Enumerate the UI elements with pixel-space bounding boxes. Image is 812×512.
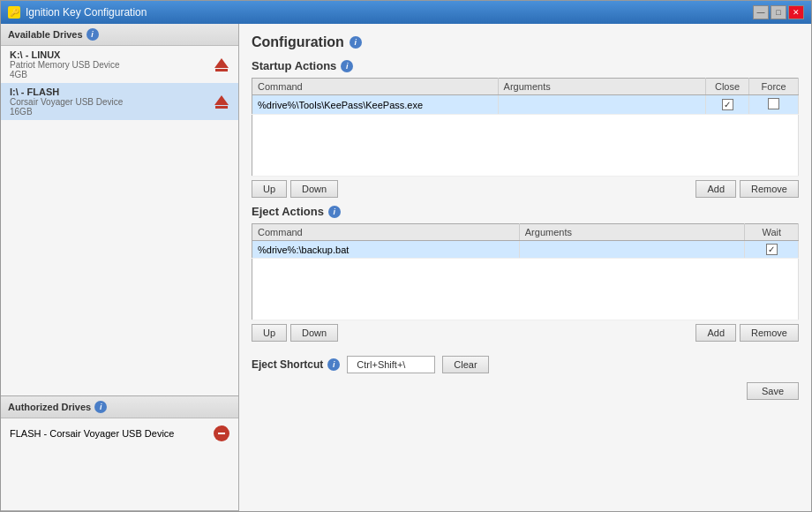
drive-item-k-linux[interactable]: K:\ - LINUX Patriot Memory USB Device 4G… xyxy=(1,46,238,83)
startup-add-button[interactable]: Add xyxy=(695,180,736,198)
eject-up-button[interactable]: Up xyxy=(252,324,287,342)
drive-i-info: I:\ - FLASH Corsair Voyager USB Device 1… xyxy=(10,87,212,117)
startup-row-0-close[interactable] xyxy=(705,95,749,115)
startup-row-0-args[interactable] xyxy=(498,95,705,115)
minimize-button[interactable]: — xyxy=(753,5,769,19)
startup-up-button[interactable]: Up xyxy=(252,180,287,198)
eject-nav-buttons: Up Down xyxy=(252,324,338,342)
drive-k-desc: Patriot Memory USB Device 4GB xyxy=(10,60,212,79)
available-drives-info-icon[interactable]: i xyxy=(86,28,99,41)
authorized-drives-info-icon[interactable]: i xyxy=(94,401,107,413)
eject-shortcut-label: Eject Shortcut i xyxy=(252,358,340,371)
authorized-drive-name: FLASH - Corsair Voyager USB Device xyxy=(10,428,174,439)
startup-btn-row: Up Down Add Remove xyxy=(252,180,799,198)
eject-col-wait: Wait xyxy=(745,224,799,241)
remove-authorized-icon[interactable] xyxy=(214,425,229,441)
eject-icon-k[interactable] xyxy=(212,55,231,74)
startup-args-input[interactable] xyxy=(504,100,700,110)
title-bar-left: 🔑 Ignition Key Configuration xyxy=(8,6,147,19)
save-row: Save xyxy=(252,382,799,400)
startup-col-command: Command xyxy=(252,79,499,95)
authorized-drive-item[interactable]: FLASH - Corsair Voyager USB Device xyxy=(1,418,238,448)
startup-empty-area xyxy=(252,115,799,177)
eject-empty-row xyxy=(252,259,799,320)
drive-k-name: K:\ - LINUX xyxy=(10,49,212,60)
startup-col-close: Close xyxy=(705,79,749,95)
app-icon: 🔑 xyxy=(8,6,20,19)
startup-row-0-command[interactable] xyxy=(252,95,499,115)
drive-i-desc: Corsair Voyager USB Device 16GB xyxy=(10,97,212,117)
drive-k-info: K:\ - LINUX Patriot Memory USB Device 4G… xyxy=(10,49,212,79)
available-drives-header: Available Drives i xyxy=(1,24,238,46)
eject-empty-area xyxy=(252,259,799,320)
eject-actions-info-icon[interactable]: i xyxy=(328,206,341,218)
drives-list: K:\ - LINUX Patriot Memory USB Device 4G… xyxy=(1,46,238,120)
left-panel: Available Drives i K:\ - LINUX Patriot M… xyxy=(1,24,239,511)
eject-row-0-args[interactable] xyxy=(519,241,745,259)
eject-action-buttons: Add Remove xyxy=(695,324,799,342)
available-drives-section: Available Drives i K:\ - LINUX Patriot M… xyxy=(1,24,238,396)
eject-row-0-wait[interactable] xyxy=(745,241,799,259)
startup-close-checkbox[interactable] xyxy=(722,99,733,110)
startup-actions-title: Startup Actions i xyxy=(252,59,799,72)
main-window: 🔑 Ignition Key Configuration — □ ✕ Avail… xyxy=(0,0,812,512)
eject-add-button[interactable]: Add xyxy=(695,324,736,342)
authorized-drives-label: Authorized Drives xyxy=(8,402,91,412)
authorized-drives-header: Authorized Drives i xyxy=(1,396,238,418)
startup-remove-button[interactable]: Remove xyxy=(740,180,799,198)
startup-force-checkbox[interactable] xyxy=(768,98,779,109)
eject-shortcut-row: Eject Shortcut i Ctrl+Shift+\ Clear xyxy=(252,349,799,373)
eject-col-command: Command xyxy=(252,224,520,241)
content-area: Available Drives i K:\ - LINUX Patriot M… xyxy=(1,24,811,511)
startup-down-button[interactable]: Down xyxy=(290,180,338,198)
eject-actions-label: Eject Actions xyxy=(252,205,324,218)
eject-row-0 xyxy=(252,241,799,259)
eject-btn-row: Up Down Add Remove xyxy=(252,324,799,342)
eject-shortcut-info-icon[interactable]: i xyxy=(327,358,340,371)
startup-actions-label: Startup Actions xyxy=(252,59,336,72)
eject-shortcut-value[interactable]: Ctrl+Shift+\ xyxy=(347,356,435,373)
startup-actions-info-icon[interactable]: i xyxy=(341,60,353,72)
close-button[interactable]: ✕ xyxy=(788,5,804,19)
svg-marker-2 xyxy=(214,95,229,105)
maximize-button[interactable]: □ xyxy=(771,5,786,19)
drive-item-i-flash[interactable]: I:\ - FLASH Corsair Voyager USB Device 1… xyxy=(1,83,238,120)
startup-empty-row xyxy=(252,115,799,177)
startup-col-arguments: Arguments xyxy=(498,79,705,95)
authorized-drives-section: Authorized Drives i FLASH - Corsair Voya… xyxy=(1,396,238,511)
eject-icon-i[interactable] xyxy=(212,92,231,111)
startup-row-0 xyxy=(252,95,799,115)
eject-wait-checkbox[interactable] xyxy=(766,244,778,255)
config-info-icon[interactable]: i xyxy=(350,36,362,49)
available-drives-label: Available Drives xyxy=(8,29,83,40)
startup-col-force: Force xyxy=(749,79,799,95)
startup-nav-buttons: Up Down xyxy=(252,180,338,198)
eject-remove-button[interactable]: Remove xyxy=(740,324,799,342)
eject-args-input[interactable] xyxy=(525,245,740,255)
startup-actions-table: Command Arguments Close Force xyxy=(252,78,799,177)
config-title: Configuration i xyxy=(252,34,799,50)
clear-shortcut-button[interactable]: Clear xyxy=(442,356,488,373)
config-title-text: Configuration xyxy=(252,34,344,50)
eject-actions-table: Command Arguments Wait xyxy=(252,223,799,320)
startup-command-input[interactable] xyxy=(258,100,492,110)
title-bar: 🔑 Ignition Key Configuration — □ ✕ xyxy=(1,1,811,24)
right-panel: Configuration i Startup Actions i Comman… xyxy=(239,24,811,511)
eject-actions-title: Eject Actions i xyxy=(252,205,799,218)
save-button[interactable]: Save xyxy=(747,382,799,400)
window-title: Ignition Key Configuration xyxy=(26,6,147,19)
startup-action-buttons: Add Remove xyxy=(695,180,799,198)
svg-rect-1 xyxy=(215,69,228,72)
eject-row-0-command[interactable] xyxy=(252,241,520,259)
startup-row-0-force[interactable] xyxy=(749,95,799,115)
svg-marker-0 xyxy=(214,58,229,68)
eject-col-arguments: Arguments xyxy=(519,224,745,241)
window-controls: — □ ✕ xyxy=(753,5,804,19)
drive-i-name: I:\ - FLASH xyxy=(10,87,212,97)
eject-command-input[interactable] xyxy=(258,245,514,255)
svg-rect-3 xyxy=(215,106,228,109)
eject-down-button[interactable]: Down xyxy=(290,324,338,342)
